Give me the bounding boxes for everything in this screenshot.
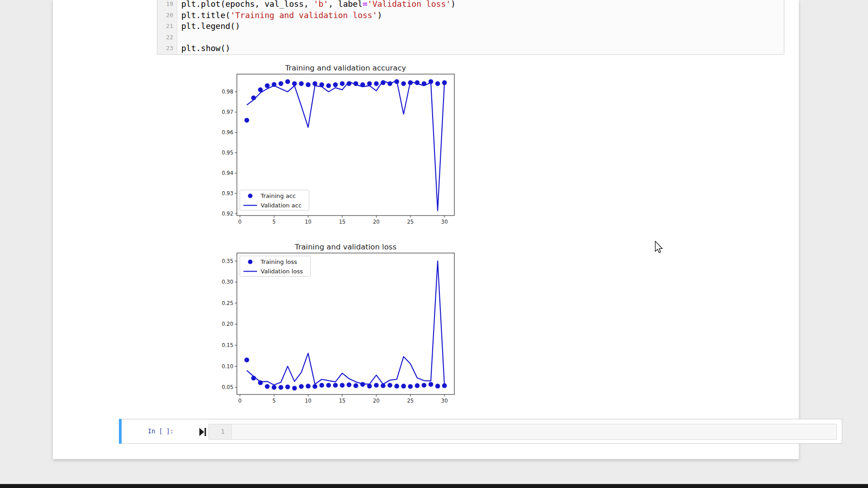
- x-tick-label: 0: [238, 219, 241, 225]
- training-scatter-point: [326, 83, 331, 88]
- training-scatter-point: [285, 385, 290, 389]
- training-scatter-point: [265, 83, 270, 88]
- x-tick-label: 15: [339, 219, 346, 225]
- code-line[interactable]: [177, 32, 784, 43]
- line-number: 21: [157, 21, 177, 32]
- legend-label: Training loss: [260, 258, 297, 265]
- x-tick-label: 0: [238, 398, 241, 404]
- line-number: 20: [157, 10, 177, 21]
- training-scatter-point: [374, 383, 379, 388]
- desktop: { "colors": { "accent_blue_bar": "#42a5f…: [0, 0, 868, 488]
- training-scatter-point: [299, 81, 304, 86]
- training-scatter-point: [326, 383, 331, 388]
- training-scatter-point: [265, 384, 270, 389]
- y-tick-label: 0.25: [222, 300, 233, 306]
- x-tick-label: 5: [273, 398, 276, 404]
- training-scatter-point: [408, 384, 413, 389]
- x-tick-label: 20: [373, 219, 380, 225]
- training-scatter-point: [340, 383, 345, 388]
- code-line[interactable]: plt.legend(): [177, 21, 784, 32]
- x-tick-label: 15: [339, 398, 346, 404]
- empty-code-cell[interactable]: In [ ]: 1: [119, 419, 842, 444]
- code-column[interactable]: plt.plot(epochs, val_loss, 'b', label='V…: [177, 0, 784, 54]
- y-tick-label: 0.15: [222, 342, 233, 348]
- empty-cell-line-number: 1: [209, 424, 231, 439]
- legend-label: Validation loss: [261, 268, 303, 275]
- accuracy-chart: Training and validation accuracy05101520…: [211, 61, 464, 233]
- y-tick-label: 0.35: [222, 258, 233, 264]
- x-tick-label: 25: [407, 219, 414, 225]
- training-scatter-point: [415, 383, 420, 388]
- training-scatter-point: [245, 118, 250, 123]
- cell-input-prompt: In [ ]:: [148, 419, 174, 443]
- x-tick-label: 20: [373, 398, 380, 404]
- y-tick-label: 0.98: [222, 89, 233, 95]
- training-scatter-point: [333, 82, 338, 87]
- training-scatter-point: [340, 81, 345, 86]
- taskbar-edge: [0, 484, 868, 488]
- code-token: plt.legend(): [181, 21, 240, 31]
- code-token: =: [363, 0, 368, 9]
- training-scatter-point: [333, 383, 338, 388]
- selected-cell-indicator: [119, 419, 122, 444]
- code-cell-editor[interactable]: 1920212223 plt.plot(epochs, val_loss, 'b…: [157, 0, 784, 55]
- x-tick-label: 30: [441, 219, 448, 225]
- code-line[interactable]: plt.title('Training and validation loss'…: [177, 10, 784, 21]
- training-scatter-point: [319, 383, 324, 388]
- y-tick-label: 0.10: [222, 363, 233, 370]
- chart-title: Training and validation loss: [294, 243, 396, 251]
- training-scatter-point: [394, 384, 399, 389]
- line-number: 19: [157, 0, 177, 10]
- code-token: plt.show(): [181, 43, 230, 53]
- training-scatter-point: [429, 382, 434, 387]
- y-tick-label: 0.92: [222, 211, 233, 217]
- training-scatter-point: [422, 383, 427, 388]
- legend-dot-marker: [248, 260, 253, 264]
- legend-label: Validation acc: [261, 202, 302, 209]
- y-tick-label: 0.96: [222, 129, 233, 136]
- loss-chart: Training and validation loss051015202530…: [211, 239, 464, 411]
- y-tick-label: 0.30: [222, 279, 233, 285]
- x-tick-label: 10: [305, 398, 311, 404]
- x-tick-label: 25: [407, 398, 414, 404]
- code-token: plt.plot(epochs, val_loss,: [181, 0, 314, 9]
- step-forward-icon[interactable]: [199, 428, 207, 436]
- training-scatter-point: [278, 385, 283, 390]
- training-scatter-point: [299, 384, 304, 389]
- training-scatter-point: [347, 382, 352, 387]
- training-scatter-point: [401, 81, 406, 86]
- training-scatter-point: [272, 385, 277, 390]
- training-scatter-point: [278, 81, 283, 86]
- line-number-column: 1920212223: [157, 0, 177, 54]
- legend-dot-marker: [248, 194, 253, 198]
- notebook-panel: 1920212223 plt.plot(epochs, val_loss, 'b…: [53, 0, 799, 459]
- training-scatter-point: [292, 386, 297, 391]
- code-token: 'Training and validation loss': [230, 10, 377, 20]
- training-scatter-point: [387, 383, 392, 388]
- training-scatter-point: [435, 384, 440, 389]
- empty-cell-code-input[interactable]: 1: [208, 424, 837, 440]
- code-token: plt.title(: [181, 10, 230, 20]
- code-token: 'b': [314, 0, 329, 9]
- code-token: , label: [328, 0, 363, 9]
- code-line[interactable]: plt.show(): [177, 43, 784, 54]
- training-scatter-point: [312, 384, 317, 389]
- code-token: ): [451, 0, 456, 9]
- code-token: 'Validation loss': [368, 0, 451, 9]
- x-tick-label: 30: [441, 398, 448, 404]
- x-tick-label: 5: [273, 219, 276, 225]
- chart-title: Training and validation accuracy: [285, 64, 406, 72]
- y-tick-label: 0.94: [222, 170, 233, 176]
- y-tick-label: 0.20: [222, 321, 233, 327]
- code-line[interactable]: plt.plot(epochs, val_loss, 'b', label='V…: [177, 0, 784, 10]
- y-tick-label: 0.93: [222, 190, 233, 197]
- training-scatter-point: [306, 82, 311, 87]
- training-scatter-point: [354, 383, 359, 388]
- x-tick-label: 10: [305, 219, 311, 225]
- training-scatter-point: [285, 79, 290, 84]
- line-number: 23: [157, 43, 177, 54]
- training-scatter-point: [435, 81, 440, 86]
- training-scatter-point: [401, 384, 406, 389]
- y-tick-label: 0.95: [222, 150, 233, 156]
- legend-label: Training acc: [260, 192, 296, 199]
